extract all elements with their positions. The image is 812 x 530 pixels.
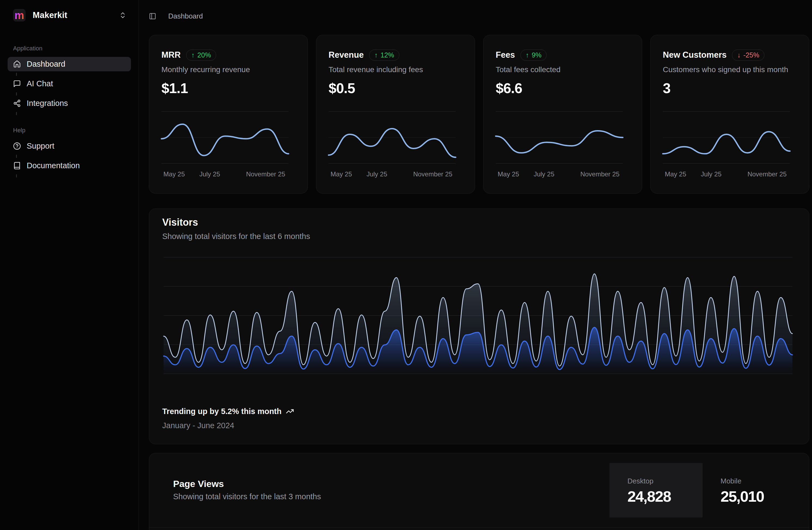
page-views-toggles: Desktop 24,828 Mobile 25,010	[609, 463, 796, 517]
stat-title: Revenue	[329, 50, 364, 60]
x-tick: July 25	[199, 170, 220, 178]
sidebar-item-label: Documentation	[27, 161, 80, 170]
sidebar-item-support[interactable]: Support	[8, 139, 131, 153]
toggle-mobile[interactable]: Mobile 25,010	[702, 463, 796, 517]
stat-title: MRR	[161, 50, 181, 60]
sidebar-item-dashboard[interactable]: Dashboard	[8, 57, 131, 71]
x-tick: July 25	[534, 170, 554, 178]
sidebar-nav: Application Dashboard AI Chat Int	[0, 45, 139, 173]
sidebar-item-label: Dashboard	[27, 60, 65, 69]
x-tick: May 25	[497, 170, 519, 178]
logo-letter: m	[14, 10, 24, 21]
visitors-card: Visitors Showing total visitors for the …	[149, 209, 809, 444]
submenu-dash	[16, 112, 17, 115]
stat-value: 3	[663, 80, 793, 97]
x-tick: May 25	[665, 170, 686, 178]
book-icon	[13, 162, 21, 170]
x-tick: November 25	[413, 170, 452, 178]
stat-card-new-customers: New Customers ↓-25% Customers who signed…	[650, 35, 809, 194]
visitors-date-range: January - June 2024	[162, 420, 234, 431]
workspace-selector[interactable]: m Makerkit	[0, 0, 139, 22]
app-root: m Makerkit Application Dashboard AI Chat	[0, 0, 812, 530]
sidebar: m Makerkit Application Dashboard AI Chat	[0, 0, 139, 530]
submenu-dash	[16, 92, 17, 96]
nav-section-application: Application	[8, 45, 131, 52]
arrow-up-icon: ↑	[191, 51, 195, 59]
stat-subtitle: Total revenue including fees	[329, 64, 459, 75]
breadcrumb: Dashboard	[168, 12, 203, 20]
chevrons-up-down-icon[interactable]	[119, 12, 127, 19]
arrow-up-icon: ↑	[374, 51, 378, 59]
trend-badge: ↑20%	[186, 49, 216, 61]
nav-section-help: Help	[8, 127, 131, 134]
toggle-value: 24,828	[627, 489, 702, 504]
home-icon	[13, 60, 21, 68]
sidebar-item-label: Integrations	[27, 99, 68, 108]
toggle-label: Desktop	[627, 477, 702, 485]
visitors-area-chart	[164, 257, 793, 374]
sidebar-item-label: AI Chat	[27, 79, 53, 88]
stat-subtitle: Total fees collected	[496, 64, 626, 75]
stat-card-revenue: Revenue ↑12% Total revenue including fee…	[316, 35, 475, 194]
chat-bubble-icon	[13, 80, 21, 88]
toggle-desktop[interactable]: Desktop 24,828	[609, 463, 702, 517]
makerkit-logo: m	[13, 9, 26, 22]
trend-badge: ↑9%	[520, 49, 547, 61]
x-tick: November 25	[246, 170, 285, 178]
stat-value: $1.1	[161, 80, 292, 97]
trend-badge: ↑12%	[369, 49, 399, 61]
x-tick: May 25	[331, 170, 352, 178]
workspace-name: Makerkit	[33, 10, 112, 20]
sparkline-chart: May 25 July 25 November 25	[663, 111, 790, 180]
stat-subtitle: Monthly recurring revenue	[161, 64, 292, 75]
page-views-title: Page Views	[173, 477, 224, 490]
stat-title: New Customers	[663, 50, 726, 60]
visitors-trend-row: Trending up by 5.2% this month	[162, 406, 294, 417]
arrow-down-icon: ↓	[737, 51, 741, 59]
trend-badge: ↓-25%	[732, 49, 764, 61]
sparkline-chart: May 25 July 25 November 25	[329, 111, 456, 180]
visitors-trend-text: Trending up by 5.2% this month	[162, 406, 281, 417]
stat-card-fees: Fees ↑9% Total fees collected $6.6 May 2…	[483, 35, 642, 194]
page-views-card: Page Views Showing total visitors for th…	[149, 453, 809, 530]
x-tick: July 25	[701, 170, 721, 178]
help-circle-icon	[13, 142, 21, 150]
submenu-dash	[16, 174, 17, 177]
visitors-subtitle: Showing total visitors for the last 6 mo…	[162, 231, 310, 242]
sparkline-chart: May 25 July 25 November 25	[161, 111, 289, 180]
sidebar-item-integrations[interactable]: Integrations	[8, 96, 131, 111]
stat-subtitle: Customers who signed up this month	[663, 64, 793, 75]
sidebar-item-ai-chat[interactable]: AI Chat	[8, 76, 131, 91]
stat-value: $6.6	[496, 80, 626, 97]
page-views-subtitle: Showing total visitors for the last 3 mo…	[173, 491, 321, 502]
stat-value: $0.5	[329, 80, 459, 97]
x-tick: July 25	[366, 170, 387, 178]
x-tick: November 25	[748, 170, 787, 178]
x-tick: May 25	[163, 170, 185, 178]
x-tick: November 25	[580, 170, 620, 178]
sparkline-chart: May 25 July 25 November 25	[496, 111, 623, 180]
submenu-dash	[16, 73, 17, 76]
card-divider	[149, 527, 809, 528]
stat-card-mrr: MRR ↑20% Monthly recurring revenue $1.1 …	[149, 35, 308, 194]
share-network-icon	[13, 99, 21, 107]
sidebar-item-label: Support	[27, 142, 55, 151]
arrow-up-icon: ↑	[526, 51, 529, 59]
toggle-label: Mobile	[721, 477, 796, 485]
sidebar-toggle-icon[interactable]	[149, 13, 156, 20]
toggle-value: 25,010	[721, 489, 796, 504]
topbar: Dashboard	[149, 12, 203, 20]
submenu-dash	[16, 155, 17, 158]
sidebar-item-documentation[interactable]: Documentation	[8, 158, 131, 173]
trending-up-icon	[286, 407, 294, 415]
stat-title: Fees	[496, 50, 515, 60]
visitors-title: Visitors	[162, 216, 198, 229]
